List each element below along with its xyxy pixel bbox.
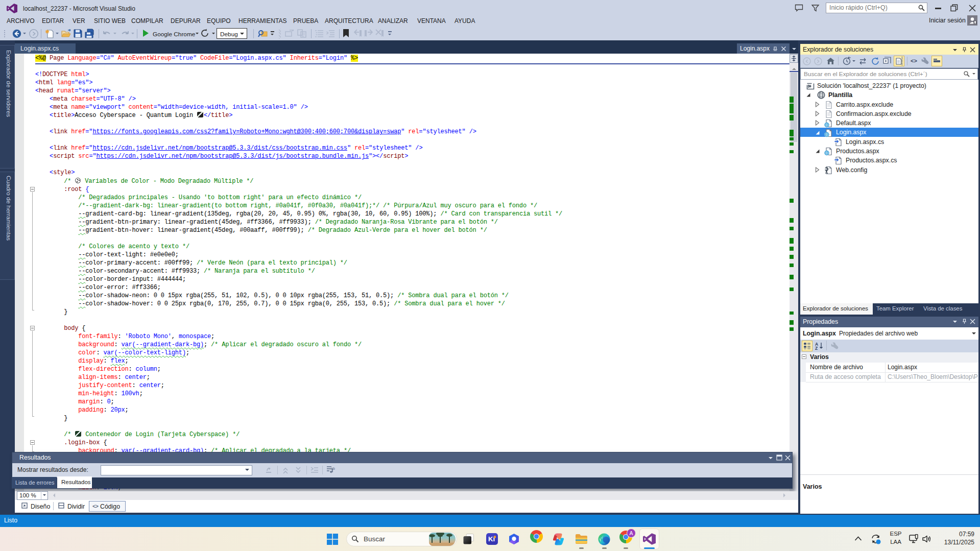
svg-text:ab: ab: [331, 467, 335, 470]
svg-text:Z: Z: [815, 346, 818, 350]
